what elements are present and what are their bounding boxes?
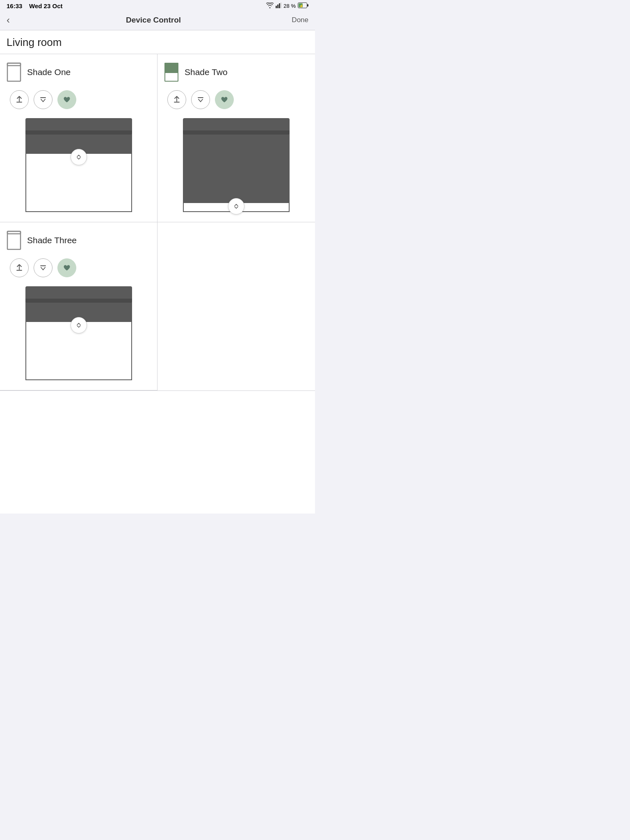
- shade-two-up-button[interactable]: [167, 90, 186, 109]
- shade-three-name: Shade Three: [27, 235, 77, 245]
- shade-three-icon: [7, 231, 21, 250]
- svg-rect-5: [307, 4, 308, 7]
- shade-one-rail: [25, 118, 132, 131]
- shade-two-body: [183, 131, 290, 212]
- shade-two-controls: [164, 90, 308, 109]
- shade-three-controls: [7, 258, 151, 277]
- nav-bar: ‹ Device Control Done: [0, 11, 315, 30]
- shade-three-visual: [25, 286, 132, 380]
- shades-grid: Shade One: [0, 54, 315, 390]
- shade-one-favorite-button[interactable]: [57, 90, 76, 109]
- shade-one-header: Shade One: [7, 62, 151, 82]
- shade-one-name: Shade One: [27, 67, 71, 77]
- shade-two-fabric: [184, 131, 289, 203]
- shade-three-favorite-button[interactable]: [57, 258, 76, 277]
- svg-text:⚡: ⚡: [299, 4, 304, 9]
- signal-icon: [276, 2, 281, 9]
- status-bar: 16:33 Wed 23 Oct 28 %: [0, 0, 315, 11]
- shade-one-icon: [7, 62, 21, 82]
- shade-one-visual: [25, 118, 132, 212]
- nav-title: Device Control: [23, 16, 284, 25]
- svg-rect-15: [165, 66, 178, 73]
- shade-three-stop-button[interactable]: [34, 258, 52, 277]
- shade-one-controls: [7, 90, 151, 109]
- svg-rect-22: [7, 231, 21, 234]
- shade-two-stop-button[interactable]: [191, 90, 210, 109]
- shade-two-visual: [183, 118, 290, 212]
- back-button[interactable]: ‹: [7, 14, 23, 26]
- battery-percent: 28 %: [283, 3, 296, 9]
- svg-rect-0: [276, 6, 277, 8]
- shade-three-cell: Shade Three: [0, 222, 158, 390]
- shade-two-drag-handle[interactable]: [228, 198, 244, 215]
- shade-three-drag-handle[interactable]: [71, 317, 87, 333]
- shade-two-name: Shade Two: [185, 67, 228, 77]
- shade-three-rail: [25, 286, 132, 299]
- shade-one-drag-handle[interactable]: [71, 149, 87, 165]
- shade-one-stop-button[interactable]: [34, 90, 52, 109]
- status-indicators: 28 % ⚡: [266, 2, 308, 9]
- shade-two-header: Shade Two: [164, 62, 308, 82]
- wifi-icon: [266, 2, 274, 9]
- status-time: 16:33: [7, 2, 22, 9]
- shade-three-up-button[interactable]: [10, 258, 29, 277]
- shade-one-cell: Shade One: [0, 54, 158, 222]
- svg-rect-3: [281, 2, 281, 8]
- shade-one-body: [25, 131, 132, 212]
- shade-one-up-button[interactable]: [10, 90, 29, 109]
- shade-two-rail: [183, 118, 290, 131]
- room-name: Living room: [7, 36, 308, 49]
- status-date: Wed 23 Oct: [29, 2, 62, 9]
- page-header: Living room: [0, 30, 315, 54]
- shade-three-header: Shade Three: [7, 231, 151, 250]
- done-button[interactable]: Done: [284, 16, 308, 24]
- shade-two-cell: Shade Two: [158, 54, 315, 222]
- svg-rect-1: [277, 5, 278, 8]
- status-time-date: 16:33 Wed 23 Oct: [7, 2, 62, 9]
- shade-two-favorite-button[interactable]: [215, 90, 234, 109]
- svg-rect-2: [279, 3, 280, 8]
- shade-three-body: [25, 299, 132, 380]
- svg-rect-16: [165, 73, 178, 81]
- shade-two-icon: [164, 62, 179, 82]
- battery-icon: ⚡: [298, 2, 308, 9]
- empty-area: [0, 390, 315, 514]
- svg-rect-9: [7, 63, 21, 66]
